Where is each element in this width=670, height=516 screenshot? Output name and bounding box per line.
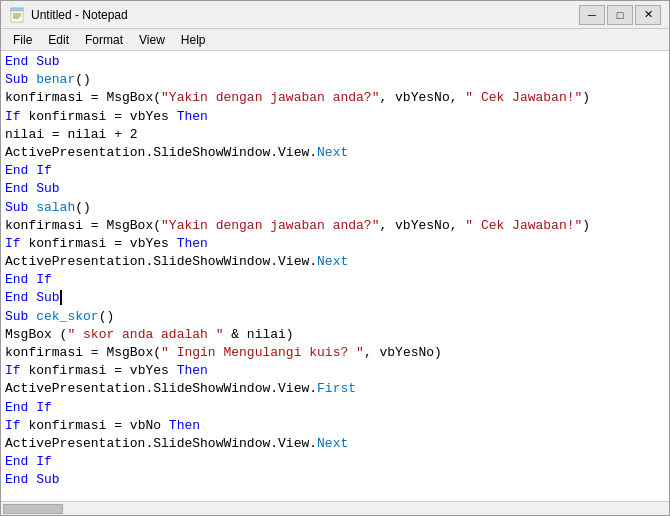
menu-edit[interactable]: Edit xyxy=(40,31,77,49)
window-title: Untitled - Notepad xyxy=(31,8,128,22)
app-icon xyxy=(9,7,25,23)
maximize-button[interactable]: □ xyxy=(607,5,633,25)
editor-area[interactable]: End Sub Sub benar() konfirmasi = MsgBox(… xyxy=(1,51,669,501)
menu-help[interactable]: Help xyxy=(173,31,214,49)
notepad-window: Untitled - Notepad ─ □ ✕ File Edit Forma… xyxy=(0,0,670,516)
window-controls: ─ □ ✕ xyxy=(579,5,661,25)
minimize-button[interactable]: ─ xyxy=(579,5,605,25)
menu-file[interactable]: File xyxy=(5,31,40,49)
horizontal-scrollbar[interactable] xyxy=(1,501,669,515)
menu-format[interactable]: Format xyxy=(77,31,131,49)
menu-bar: File Edit Format View Help xyxy=(1,29,669,51)
menu-view[interactable]: View xyxy=(131,31,173,49)
code-content: End Sub Sub benar() konfirmasi = MsgBox(… xyxy=(5,53,665,490)
title-bar: Untitled - Notepad ─ □ ✕ xyxy=(1,1,669,29)
svg-rect-1 xyxy=(11,8,23,11)
scrollbar-thumb-horizontal[interactable] xyxy=(3,504,63,514)
close-button[interactable]: ✕ xyxy=(635,5,661,25)
